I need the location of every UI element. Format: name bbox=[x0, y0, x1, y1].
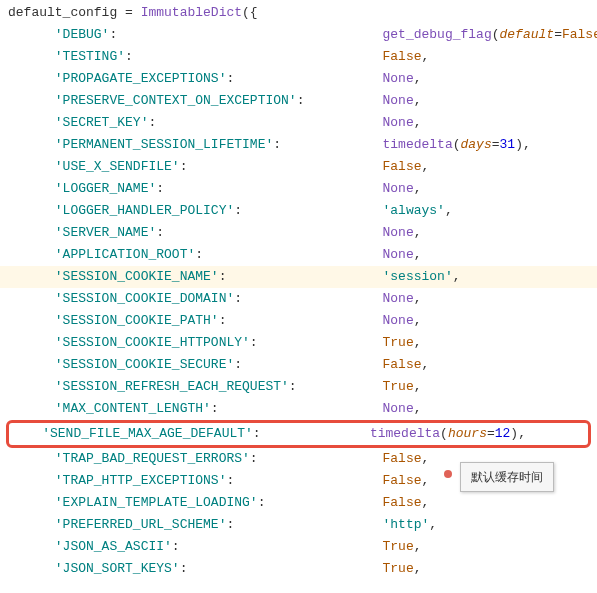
config-row: 'USE_X_SENDFILE': False, bbox=[0, 156, 597, 178]
kwarg: hours bbox=[448, 426, 487, 441]
none-literal: None bbox=[382, 401, 413, 416]
kwarg: days bbox=[461, 137, 492, 152]
bool-literal: False bbox=[383, 451, 422, 466]
config-row: 'PERMANENT_SESSION_LIFETIME': timedelta(… bbox=[0, 134, 597, 156]
bool-literal: True bbox=[383, 379, 414, 394]
bool-literal: False bbox=[382, 49, 421, 64]
config-row: 'PREFERRED_URL_SCHEME': 'http', bbox=[0, 514, 597, 536]
bool-literal: True bbox=[383, 335, 414, 350]
bool-literal: False bbox=[383, 495, 422, 510]
annotation-dot-icon bbox=[444, 470, 452, 478]
string-literal: 'always' bbox=[383, 203, 445, 218]
config-key: 'LOGGER_NAME' bbox=[55, 181, 156, 196]
none-literal: None bbox=[382, 225, 413, 240]
config-row: 'SERVER_NAME': None, bbox=[0, 222, 597, 244]
config-key: 'SESSION_COOKIE_DOMAIN' bbox=[55, 291, 234, 306]
code-block: default_config = ImmutableDict({ 'DEBUG'… bbox=[0, 0, 597, 582]
config-key: 'SESSION_COOKIE_PATH' bbox=[55, 313, 219, 328]
config-row: 'PRESERVE_CONTEXT_ON_EXCEPTION': None, bbox=[0, 90, 597, 112]
config-row: 'SECRET_KEY': None, bbox=[0, 112, 597, 134]
config-key: 'DEBUG' bbox=[55, 27, 110, 42]
bool-literal: False bbox=[383, 159, 422, 174]
none-literal: None bbox=[383, 71, 414, 86]
config-key: 'EXPLAIN_TEMPLATE_LOADING' bbox=[55, 495, 258, 510]
config-key: 'SESSION_COOKIE_HTTPONLY' bbox=[55, 335, 250, 350]
config-row: 'LOGGER_NAME': None, bbox=[0, 178, 597, 200]
none-literal: None bbox=[382, 181, 413, 196]
config-row: 'SESSION_COOKIE_HTTPONLY': True, bbox=[0, 332, 597, 354]
config-row: 'SESSION_COOKIE_DOMAIN': None, bbox=[0, 288, 597, 310]
config-key: 'SEND_FILE_MAX_AGE_DEFAULT' bbox=[42, 426, 253, 441]
string-literal: 'http' bbox=[383, 517, 430, 532]
config-key: 'TESTING' bbox=[55, 49, 125, 64]
config-key: 'MAX_CONTENT_LENGTH' bbox=[55, 401, 211, 416]
config-row: 'LOGGER_HANDLER_POLICY': 'always', bbox=[0, 200, 597, 222]
config-row: 'TESTING': False, bbox=[0, 46, 597, 68]
config-key: 'PROPAGATE_EXCEPTIONS' bbox=[55, 71, 227, 86]
config-row: 'EXPLAIN_TEMPLATE_LOADING': False, bbox=[0, 492, 597, 514]
num-literal: 12 bbox=[495, 426, 511, 441]
config-key: 'TRAP_BAD_REQUEST_ERRORS' bbox=[55, 451, 250, 466]
bool-literal: False bbox=[562, 27, 597, 42]
config-key: 'SECRET_KEY' bbox=[55, 115, 149, 130]
config-row: 'JSON_SORT_KEYS': True, bbox=[0, 558, 597, 580]
func-call: timedelta bbox=[370, 426, 440, 441]
class-name: ImmutableDict bbox=[141, 5, 242, 20]
num-literal: 31 bbox=[500, 137, 516, 152]
kwarg: default bbox=[500, 27, 555, 42]
config-key: 'SERVER_NAME' bbox=[55, 225, 156, 240]
config-key: 'SESSION_COOKIE_NAME' bbox=[55, 269, 219, 284]
config-key: 'PERMANENT_SESSION_LIFETIME' bbox=[55, 137, 273, 152]
none-literal: None bbox=[382, 93, 413, 108]
assignment-line: default_config = ImmutableDict({ bbox=[0, 2, 597, 24]
string-literal: 'session' bbox=[382, 269, 452, 284]
config-key: 'APPLICATION_ROOT' bbox=[55, 247, 195, 262]
config-row: 'SESSION_COOKIE_SECURE': False, bbox=[0, 354, 597, 376]
none-literal: None bbox=[383, 115, 414, 130]
config-row: 'SESSION_REFRESH_EACH_REQUEST': True, bbox=[0, 376, 597, 398]
config-row: 'SESSION_COOKIE_PATH': None, bbox=[0, 310, 597, 332]
config-row: 'SEND_FILE_MAX_AGE_DEFAULT': timedelta(h… bbox=[6, 420, 591, 448]
config-row: 'SESSION_COOKIE_NAME': 'session', bbox=[0, 266, 597, 288]
config-row: 'JSON_AS_ASCII': True, bbox=[0, 536, 597, 558]
config-key: 'SESSION_COOKIE_SECURE' bbox=[55, 357, 234, 372]
config-key: 'JSON_AS_ASCII' bbox=[55, 539, 172, 554]
func-call: get_debug_flag bbox=[382, 27, 491, 42]
var-name: default_config bbox=[8, 5, 117, 20]
config-row: 'APPLICATION_ROOT': None, bbox=[0, 244, 597, 266]
tooltip: 默认缓存时间 bbox=[460, 462, 554, 492]
config-key: 'SESSION_REFRESH_EACH_REQUEST' bbox=[55, 379, 289, 394]
config-key: 'PRESERVE_CONTEXT_ON_EXCEPTION' bbox=[55, 93, 297, 108]
func-call: timedelta bbox=[382, 137, 452, 152]
bool-literal: False bbox=[383, 473, 422, 488]
none-literal: None bbox=[383, 291, 414, 306]
config-row: 'MAX_CONTENT_LENGTH': None, bbox=[0, 398, 597, 420]
config-row: 'DEBUG': get_debug_flag(default=False), bbox=[0, 24, 597, 46]
bool-literal: True bbox=[383, 561, 414, 576]
config-key: 'LOGGER_HANDLER_POLICY' bbox=[55, 203, 234, 218]
config-key: 'JSON_SORT_KEYS' bbox=[55, 561, 180, 576]
config-key: 'TRAP_HTTP_EXCEPTIONS' bbox=[55, 473, 227, 488]
config-key: 'USE_X_SENDFILE' bbox=[55, 159, 180, 174]
none-literal: None bbox=[383, 247, 414, 262]
config-row: 'PROPAGATE_EXCEPTIONS': None, bbox=[0, 68, 597, 90]
config-key: 'PREFERRED_URL_SCHEME' bbox=[55, 517, 227, 532]
none-literal: None bbox=[382, 313, 413, 328]
bool-literal: False bbox=[383, 357, 422, 372]
bool-literal: True bbox=[383, 539, 414, 554]
